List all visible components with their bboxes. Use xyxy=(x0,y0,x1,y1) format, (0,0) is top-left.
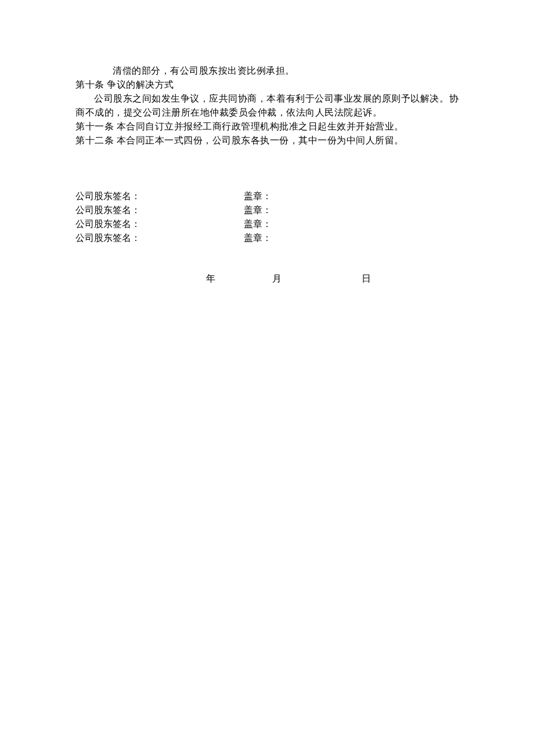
signature-row: 公司股东签名： 盖章： xyxy=(75,189,459,203)
signature-label: 公司股东签名： xyxy=(75,189,244,203)
article-10-heading: 第十条 争议的解决方式 xyxy=(75,78,459,92)
date-row: 年 月 日 xyxy=(75,272,459,286)
article-11-text: 第十一条 本合同自订立并报经工商行政管理机构批准之日起生效并开始营业。 xyxy=(75,120,459,134)
signature-label: 公司股东签名： xyxy=(75,231,244,245)
signature-row: 公司股东签名： 盖章： xyxy=(75,217,459,231)
date-month-label: 月 xyxy=(272,272,359,286)
seal-label: 盖章： xyxy=(244,189,272,203)
continuation-text: 清偿的部分，有公司股东按出资比例承担。 xyxy=(75,64,459,78)
signatures-block: 公司股东签名： 盖章： 公司股东签名： 盖章： 公司股东签名： 盖章： 公司股东… xyxy=(75,189,459,245)
signature-row: 公司股东签名： 盖章： xyxy=(75,203,459,217)
article-10-text-a: 公司股东之间如发生争议，应共同协商，本着有利于公司事业发展的原则予以解决。协 xyxy=(75,92,459,106)
article-10-text-b: 商不成的，提交公司注册所在地仲裁委员会仲裁，依法向人民法院起诉。 xyxy=(75,106,459,120)
seal-label: 盖章： xyxy=(244,231,272,245)
signature-label: 公司股东签名： xyxy=(75,217,244,231)
date-year-label: 年 xyxy=(206,272,270,286)
seal-label: 盖章： xyxy=(244,203,272,217)
date-day-label: 日 xyxy=(362,272,371,286)
seal-label: 盖章： xyxy=(244,217,272,231)
signature-label: 公司股东签名： xyxy=(75,203,244,217)
article-12-text: 第十二条 本合同正本一式四份，公司股东各执一份，其中一份为中间人所留。 xyxy=(75,134,459,147)
signature-row: 公司股东签名： 盖章： xyxy=(75,231,459,245)
